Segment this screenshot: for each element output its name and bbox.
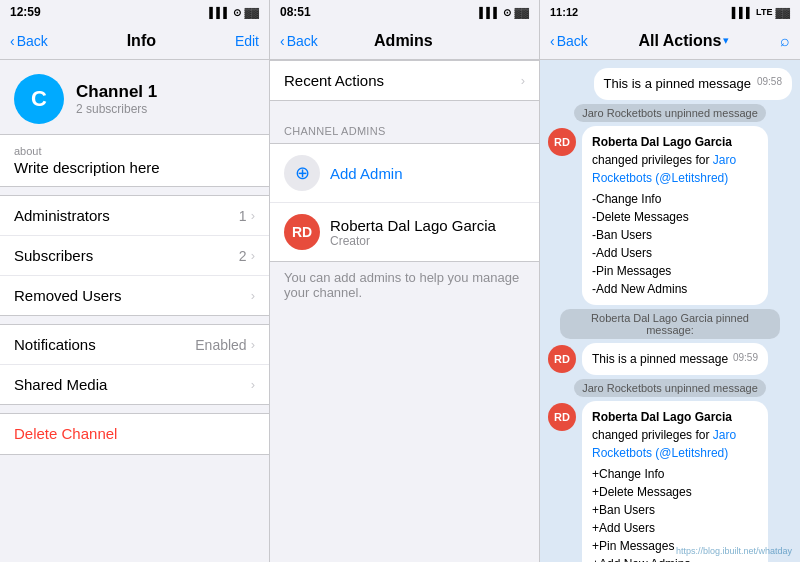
- notifications-label: Notifications: [14, 336, 96, 353]
- nav-bar-3: ‹ Back All Actions ▾ ⌕: [540, 22, 800, 60]
- link-1: Jaro Rocketbots (@Letitshred): [592, 153, 736, 185]
- channel-admins-header: CHANNEL ADMINS: [270, 121, 539, 143]
- person-plus-icon: ⊕: [295, 162, 310, 184]
- administrators-item[interactable]: Administrators 1 ›: [0, 196, 269, 236]
- system-message-2: Roberta Dal Lago Garcia pinned message:: [560, 309, 780, 339]
- chat-title-group[interactable]: All Actions ▾: [638, 32, 729, 50]
- battery-icon: ▓▓: [775, 7, 790, 18]
- subscribers-right: 2 ›: [239, 248, 255, 264]
- action-message-pinned: RD This is a pinned message 09:59: [548, 343, 768, 375]
- notifications-right: Enabled ›: [195, 337, 255, 353]
- status-bar-1: 12:59 ▌▌▌ ⊙ ▓▓: [0, 0, 269, 22]
- chevron-icon: ›: [251, 377, 255, 392]
- shared-media-item[interactable]: Shared Media ›: [0, 365, 269, 404]
- recent-actions-row[interactable]: Recent Actions ›: [270, 60, 539, 101]
- status-icons-3: ▌▌▌ LTE ▓▓: [732, 7, 790, 18]
- battery-icon: ▓▓: [514, 7, 529, 18]
- action-message-2: RD Roberta Dal Lago Garcia changed privi…: [548, 401, 768, 562]
- subscribers-count: 2: [239, 248, 247, 264]
- action-avatar-1: RD: [548, 128, 576, 156]
- time-1: 12:59: [10, 5, 41, 19]
- status-icons-1: ▌▌▌ ⊙ ▓▓: [209, 7, 259, 18]
- back-button-2[interactable]: ‹ Back: [280, 33, 318, 49]
- channel-info: Channel 1 2 subscribers: [76, 82, 157, 116]
- status-bar-2: 08:51 ▌▌▌ ⊙ ▓▓: [270, 0, 539, 22]
- add-admin-row[interactable]: ⊕ Add Admin: [270, 144, 539, 203]
- admin-row[interactable]: RD Roberta Dal Lago Garcia Creator: [270, 203, 539, 261]
- edit-button[interactable]: Edit: [235, 33, 259, 49]
- panel-info: 12:59 ▌▌▌ ⊙ ▓▓ ‹ Back Info Edit C Channe…: [0, 0, 270, 562]
- action-content-pinned: This is a pinned message 09:59: [582, 343, 768, 375]
- chevron-left-icon: ‹: [280, 33, 285, 49]
- system-message-1: Jaro Rocketbots unpinned message: [574, 104, 766, 122]
- signal-icon: ▌▌▌: [209, 7, 230, 18]
- removed-users-item[interactable]: Removed Users ›: [0, 276, 269, 315]
- admin-info: Roberta Dal Lago Garcia Creator: [330, 217, 496, 248]
- back-button-3[interactable]: ‹ Back: [550, 33, 588, 49]
- status-icons-2: ▌▌▌ ⊙ ▓▓: [479, 7, 529, 18]
- admin-avatar: RD: [284, 214, 320, 250]
- back-button-1[interactable]: ‹ Back: [10, 33, 48, 49]
- channel-subscribers: 2 subscribers: [76, 102, 157, 116]
- admin-note: You can add admins to help you manage yo…: [270, 262, 539, 312]
- admin-role: Creator: [330, 234, 496, 248]
- panel-admins: 08:51 ▌▌▌ ⊙ ▓▓ ‹ Back Admins Recent Acti…: [270, 0, 540, 562]
- administrators-count: 1: [239, 208, 247, 224]
- action-avatar-3: RD: [548, 403, 576, 431]
- status-bar-3: 11:12 ▌▌▌ LTE ▓▓: [540, 0, 800, 22]
- signal-icon: ▌▌▌: [732, 7, 753, 18]
- subscribers-label: Subscribers: [14, 247, 93, 264]
- info-list-1: Administrators 1 › Subscribers 2 › Remov…: [0, 195, 269, 316]
- message-text: This is a pinned message: [604, 76, 751, 91]
- wifi-icon: ⊙: [503, 7, 511, 18]
- chat-nav-title: All Actions: [638, 32, 721, 50]
- panel-chat: 11:12 ▌▌▌ LTE ▓▓ ‹ Back All Actions ▾ ⌕ …: [540, 0, 800, 562]
- chat-messages: This is a pinned message 09:58 Jaro Rock…: [540, 60, 800, 562]
- message-time: 09:58: [757, 75, 782, 89]
- chevron-icon: ›: [521, 73, 525, 88]
- action-avatar-2: RD: [548, 345, 576, 373]
- signal-icon: ▌▌▌: [479, 7, 500, 18]
- channel-header: C Channel 1 2 subscribers: [0, 60, 269, 134]
- time-2: 08:51: [280, 5, 311, 19]
- action-content-1: Roberta Dal Lago Garcia changed privileg…: [582, 126, 768, 305]
- recent-actions-label: Recent Actions: [284, 72, 384, 89]
- add-admin-label: Add Admin: [330, 165, 403, 182]
- system-message-3: Jaro Rocketbots unpinned message: [574, 379, 766, 397]
- time-3: 11:12: [550, 6, 578, 18]
- channel-name: Channel 1: [76, 82, 157, 102]
- shared-media-label: Shared Media: [14, 376, 107, 393]
- actor-name-2: Roberta Dal Lago Garcia: [592, 410, 732, 424]
- actor-name: Roberta Dal Lago Garcia: [592, 135, 732, 149]
- administrators-label: Administrators: [14, 207, 110, 224]
- chevron-left-icon: ‹: [550, 33, 555, 49]
- battery-icon: ▓▓: [244, 7, 259, 18]
- action-content-2: Roberta Dal Lago Garcia changed privileg…: [582, 401, 768, 562]
- dropdown-icon: ▾: [723, 34, 729, 47]
- admins-section: ⊕ Add Admin RD Roberta Dal Lago Garcia C…: [270, 143, 539, 262]
- chevron-left-icon: ‹: [10, 33, 15, 49]
- about-value: Write description here: [14, 159, 255, 176]
- chevron-icon: ›: [251, 337, 255, 352]
- notifications-item[interactable]: Notifications Enabled ›: [0, 325, 269, 365]
- nav-title-1: Info: [127, 32, 156, 50]
- action-message-1: RD Roberta Dal Lago Garcia changed privi…: [548, 126, 768, 305]
- chevron-icon: ›: [251, 208, 255, 223]
- nav-bar-2: ‹ Back Admins: [270, 22, 539, 60]
- lte-icon: LTE: [756, 7, 772, 17]
- removed-users-label: Removed Users: [14, 287, 122, 304]
- add-admin-icon: ⊕: [284, 155, 320, 191]
- delete-channel-section[interactable]: Delete Channel: [0, 413, 269, 455]
- nav-bar-1: ‹ Back Info Edit: [0, 22, 269, 60]
- search-icon[interactable]: ⌕: [780, 32, 790, 50]
- wifi-icon: ⊙: [233, 7, 241, 18]
- info-list-2: Notifications Enabled › Shared Media ›: [0, 324, 269, 405]
- subscribers-item[interactable]: Subscribers 2 ›: [0, 236, 269, 276]
- delete-channel-label: Delete Channel: [14, 425, 117, 442]
- pinned-time: 09:59: [733, 350, 758, 365]
- nav-title-2: Admins: [374, 32, 433, 50]
- watermark: https://blog.ibuilt.net/whatday: [676, 546, 792, 556]
- administrators-right: 1 ›: [239, 208, 255, 224]
- about-label: about: [14, 145, 255, 157]
- pinned-text: This is a pinned message: [592, 352, 728, 366]
